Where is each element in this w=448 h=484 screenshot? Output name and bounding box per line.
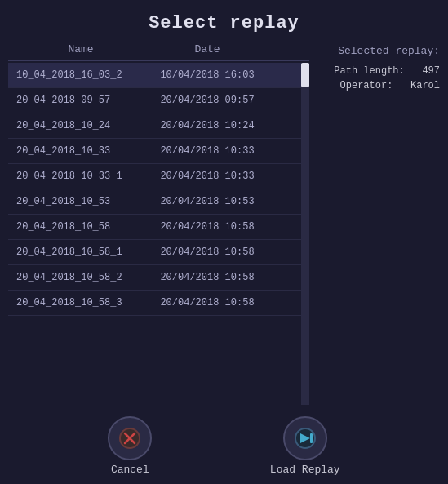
load-icon xyxy=(294,427,317,450)
cell-name: 20_04_2018_10_53 xyxy=(11,196,150,207)
table-row[interactable]: 20_04_2018_10_2420/04/2018 10:24 xyxy=(8,113,309,139)
table-row[interactable]: 20_04_2018_10_33_120/04/2018 10:33 xyxy=(8,164,309,189)
path-length-line: Path length: 497 xyxy=(317,65,440,77)
table-row[interactable]: 20_04_2018_09_5720/04/2018 09:57 xyxy=(8,88,309,113)
cell-name: 20_04_2018_10_33_1 xyxy=(11,171,150,182)
scrollbar-track xyxy=(301,63,309,405)
cell-date: 20/04/2018 09:57 xyxy=(150,95,264,106)
cell-date: 20/04/2018 10:58 xyxy=(150,297,264,309)
cell-date: 20/04/2018 10:53 xyxy=(150,196,264,207)
page-title: Select replay xyxy=(149,13,299,33)
operator-value: Karol xyxy=(410,80,440,91)
table-row[interactable]: 20_04_2018_10_3320/04/2018 10:33 xyxy=(8,139,309,164)
table-row[interactable]: 10_04_2018_16_03_210/04/2018 16:03 xyxy=(8,63,309,88)
cancel-label: Cancel xyxy=(111,464,149,476)
cell-date: 20/04/2018 10:33 xyxy=(150,145,264,157)
cell-name: 20_04_2018_10_24 xyxy=(11,120,150,131)
table-section: Name Date 10_04_2018_16_03_210/04/2018 1… xyxy=(8,43,309,405)
cell-date: 20/04/2018 10:58 xyxy=(150,221,264,233)
path-length-value: 497 xyxy=(422,65,440,77)
table-row[interactable]: 20_04_2018_10_58_220/04/2018 10:58 xyxy=(8,265,309,291)
table-row[interactable]: 20_04_2018_10_58_120/04/2018 10:58 xyxy=(8,240,309,265)
info-section: Selected replay: Path length: 497 Operat… xyxy=(309,43,440,405)
load-replay-label: Load Replay xyxy=(270,464,340,476)
cancel-button[interactable] xyxy=(108,416,152,460)
cell-name: 20_04_2018_09_57 xyxy=(11,95,150,106)
table-header: Name Date xyxy=(8,43,309,61)
svg-rect-5 xyxy=(310,433,313,443)
cancel-icon xyxy=(118,427,141,450)
table-row[interactable]: 20_04_2018_10_58_320/04/2018 10:58 xyxy=(8,291,309,316)
cell-name: 20_04_2018_10_58_1 xyxy=(11,246,150,258)
cell-date: 10/04/2018 16:03 xyxy=(150,69,264,81)
operator-label: Operator: xyxy=(340,80,393,91)
cell-date: 20/04/2018 10:33 xyxy=(150,171,264,182)
table-body-wrapper: 10_04_2018_16_03_210/04/2018 16:0320_04_… xyxy=(8,63,309,405)
selected-replay-header: Selected replay: xyxy=(317,45,440,57)
table-row[interactable]: 20_04_2018_10_5820/04/2018 10:58 xyxy=(8,215,309,240)
cell-name: 20_04_2018_10_33 xyxy=(11,145,150,157)
cell-date: 20/04/2018 10:58 xyxy=(150,272,264,283)
main-content: Name Date 10_04_2018_16_03_210/04/2018 1… xyxy=(0,43,448,405)
load-replay-button[interactable] xyxy=(283,416,327,460)
operator-line: Operator: Karol xyxy=(317,80,440,91)
cancel-button-group[interactable]: Cancel xyxy=(108,416,152,476)
table-body[interactable]: 10_04_2018_16_03_210/04/2018 16:0320_04_… xyxy=(8,63,309,405)
path-length-label: Path length: xyxy=(334,65,404,77)
table-row[interactable]: 20_04_2018_10_5320/04/2018 10:53 xyxy=(8,189,309,215)
cell-name: 20_04_2018_10_58_3 xyxy=(11,297,150,309)
cell-date: 20/04/2018 10:24 xyxy=(150,120,264,131)
col-name-header: Name xyxy=(11,43,150,56)
scrollbar-thumb[interactable] xyxy=(301,63,309,87)
col-date-header: Date xyxy=(150,43,264,56)
cell-name: 10_04_2018_16_03_2 xyxy=(11,69,150,81)
cell-date: 20/04/2018 10:58 xyxy=(150,246,264,258)
cell-name: 20_04_2018_10_58 xyxy=(11,221,150,233)
cell-name: 20_04_2018_10_58_2 xyxy=(11,272,150,283)
load-button-group[interactable]: Load Replay xyxy=(270,416,340,476)
footer: Cancel Load Replay xyxy=(0,405,448,484)
